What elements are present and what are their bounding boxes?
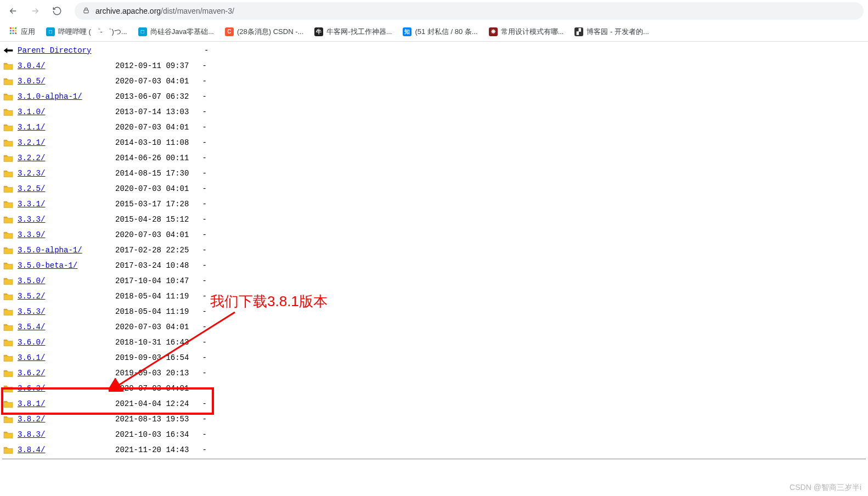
directory-date: 2020-07-03 04:01 [115, 230, 189, 239]
directory-date: 2020-07-03 04:01 [115, 184, 189, 193]
directory-listing: Parent Directory - 3.0.4/2012-09-11 09:3… [0, 42, 868, 460]
directory-row: 3.8.4/2021-11-20 14:43- [2, 442, 866, 458]
apps-button[interactable]: 应用 [4, 24, 40, 39]
directory-link[interactable]: 3.2.1/ [18, 138, 105, 147]
folder-icon [2, 230, 14, 240]
bookmark-item[interactable]: 知(51 封私信 / 80 条... [398, 25, 482, 39]
directory-link[interactable]: 3.5.3/ [18, 307, 105, 316]
directory-size: - [202, 230, 206, 239]
directory-link[interactable]: 3.5.2/ [18, 292, 105, 301]
bookmark-label: 哔哩哔哩 ( ゜- ゜)つ... [58, 27, 127, 37]
directory-date: 2015-03-17 17:28 [115, 200, 189, 208]
folder-icon [2, 322, 14, 332]
folder-icon [2, 337, 14, 347]
directory-row: 3.5.0-beta-1/2017-03-24 10:48- [2, 258, 866, 273]
directory-size: - [202, 77, 206, 86]
parent-directory-link[interactable]: Parent Directory [18, 46, 105, 55]
folder-icon [2, 76, 14, 86]
folder-icon [2, 445, 14, 455]
bookmark-item[interactable]: □尚硅谷Java零基础... [134, 25, 218, 39]
back-button[interactable] [4, 2, 22, 20]
directory-link[interactable]: 3.6.0/ [18, 338, 105, 347]
directory-link[interactable]: 3.8.4/ [18, 446, 105, 454]
directory-link[interactable]: 3.0.4/ [18, 61, 105, 70]
url-text: archive.apache.org/dist/maven/maven-3/ [95, 7, 234, 15]
folder-icon [2, 92, 14, 102]
folder-icon [2, 353, 14, 363]
directory-link[interactable]: 3.3.3/ [18, 215, 105, 224]
directory-link[interactable]: 3.6.3/ [18, 384, 105, 393]
directory-link[interactable]: 3.2.5/ [18, 184, 105, 193]
directory-row: 3.3.9/2020-07-03 04:01- [2, 227, 866, 243]
folder-icon [2, 291, 14, 301]
directory-link[interactable]: 3.3.1/ [18, 200, 105, 208]
directory-date: 2021-11-20 14:43 [115, 446, 189, 454]
bookmark-item[interactable]: ❋常用设计模式有哪... [484, 25, 568, 39]
directory-date: 2020-07-03 04:01 [115, 77, 189, 86]
directory-date: 2020-07-03 04:01 [115, 123, 189, 132]
directory-date: 2013-06-07 06:32 [115, 92, 189, 101]
directory-link[interactable]: 3.6.2/ [18, 369, 105, 377]
address-bar[interactable]: archive.apache.org/dist/maven/maven-3/ [75, 2, 864, 20]
directory-row: 3.8.1/2021-04-04 12:24- [2, 396, 866, 412]
bookmarks-bar: 应用 □哔哩哔哩 ( ゜- ゜)つ...□尚硅谷Java零基础...C(28条消… [0, 22, 868, 42]
reload-button[interactable] [48, 2, 66, 20]
directory-date: 2014-03-10 11:08 [115, 138, 189, 147]
folder-icon [2, 245, 14, 255]
directory-row: 3.5.2/2018-05-04 11:19- [2, 289, 866, 304]
directory-link[interactable]: 3.5.4/ [18, 323, 105, 331]
directory-link[interactable]: 3.5.0-alpha-1/ [18, 246, 105, 255]
forward-button[interactable] [26, 2, 44, 20]
back-arrow-icon [2, 46, 14, 55]
directory-date: 2019-09-03 16:54 [115, 353, 189, 362]
directory-link[interactable]: 3.1.0/ [18, 108, 105, 116]
directory-link[interactable]: 3.2.2/ [18, 154, 105, 162]
apps-grid-icon [9, 26, 18, 37]
bookmark-label: (28条消息) CSDN -... [237, 27, 303, 37]
parent-directory-row: Parent Directory - [2, 43, 866, 58]
svg-rect-7 [10, 32, 12, 34]
watermark-text: CSDN @智商三岁半i [790, 483, 861, 493]
folder-icon [2, 138, 14, 148]
svg-rect-6 [15, 30, 16, 32]
directory-link[interactable]: 3.1.1/ [18, 123, 105, 132]
directory-row: 3.0.4/2012-09-11 09:37- [2, 58, 866, 74]
directory-size: - [202, 215, 206, 224]
directory-date: 2014-08-15 17:30 [115, 169, 189, 178]
lock-icon [82, 7, 90, 16]
directory-link[interactable]: 3.8.1/ [18, 399, 105, 408]
directory-row: 3.1.0-alpha-1/2013-06-07 06:32- [2, 89, 866, 104]
directory-row: 3.6.2/2019-09-03 20:13- [2, 365, 866, 381]
directory-row: 3.2.1/2014-03-10 11:08- [2, 135, 866, 150]
directory-link[interactable]: 3.8.3/ [18, 430, 105, 439]
bookmark-item[interactable]: C(28条消息) CSDN -... [221, 25, 308, 39]
directory-link[interactable]: 3.0.5/ [18, 77, 105, 86]
svg-rect-0 [84, 10, 88, 13]
directory-row: 3.8.3/2021-10-03 16:34- [2, 427, 866, 442]
directory-date: 2021-10-03 16:34 [115, 430, 189, 439]
bookmark-item[interactable]: ▞博客园 - 开发者的... [570, 25, 653, 39]
directory-size: - [202, 292, 206, 301]
bookmark-favicon: 知 [403, 27, 412, 36]
svg-rect-5 [13, 30, 14, 32]
bookmark-label: 常用设计模式有哪... [501, 27, 564, 37]
folder-icon [2, 199, 14, 209]
directory-row: 3.2.3/2014-08-15 17:30- [2, 166, 866, 181]
directory-row: 3.2.2/2014-06-26 00:11- [2, 150, 866, 166]
bookmark-item[interactable]: □哔哩哔哩 ( ゜- ゜)つ... [42, 25, 132, 39]
directory-link[interactable]: 3.5.0/ [18, 277, 105, 285]
directory-size: - [202, 446, 206, 454]
bookmark-label: 博客园 - 开发者的... [587, 27, 649, 37]
directory-date: 2021-08-13 19:53 [115, 415, 189, 424]
directory-link[interactable]: 3.2.3/ [18, 169, 105, 178]
directory-link[interactable]: 3.6.1/ [18, 353, 105, 362]
directory-link[interactable]: 3.1.0-alpha-1/ [18, 92, 105, 101]
directory-link[interactable]: 3.5.0-beta-1/ [18, 261, 105, 270]
directory-row: 3.3.3/2015-04-28 15:12- [2, 212, 866, 227]
bookmark-favicon: ❋ [489, 27, 498, 36]
directory-date: 2015-04-28 15:12 [115, 215, 189, 224]
directory-link[interactable]: 3.3.9/ [18, 230, 105, 239]
directory-link[interactable]: 3.8.2/ [18, 415, 105, 424]
svg-rect-1 [10, 27, 12, 29]
bookmark-item[interactable]: 牛牛客网-找工作神器... [310, 25, 396, 39]
